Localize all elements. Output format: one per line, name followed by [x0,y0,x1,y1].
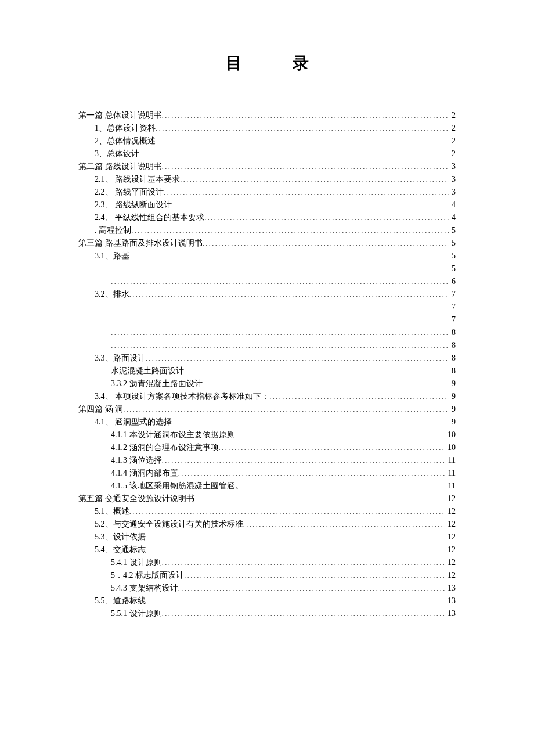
toc-entry-label: 第二篇 路线设计说明书 [78,160,162,173]
toc-entry-page: 7 [449,301,456,314]
toc-entry: 8 [78,326,456,339]
toc-entry-page: 8 [449,326,456,339]
toc-entry-label: 5.3、设计依据 [95,531,146,543]
toc-entry: 5.4、交通标志12 [78,543,456,556]
toc-leader-dots [172,199,449,207]
toc-entry: 3.1、路基5 [78,250,456,262]
toc-entry-label: 5.1、概述 [95,505,129,518]
toc-leader-dots [162,608,446,616]
toc-entry: 5.1、概述12 [78,505,456,518]
toc-entry-label: 水泥混凝土路面设计 [111,365,184,377]
toc-entry-label: 2、总体情况概述 [95,135,156,147]
toc-entry: 8 [78,339,456,352]
toc-entry-page: 11 [446,467,456,480]
toc-entry: 5.4.1 设计原则12 [78,556,456,569]
toc-leader-dots [204,212,449,220]
toc-entry: 5.2、与交通安全设施设计有关的技术标准12 [78,518,456,531]
toc-leader-dots [269,391,449,399]
toc-entry-page: 13 [445,595,456,607]
toc-entry-label: 5.5.1 设计原则 [111,607,162,620]
toc-entry-page: 4 [449,211,456,224]
toc-leader-dots [162,557,446,565]
table-of-contents: 第一篇 总体设计说明书21、总体设计资料22、总体情况概述23、总体设计2第二篇… [78,109,456,620]
toc-entry-label: 3.4、 本项设计方案各项技术指标参考标准如下： [95,390,269,403]
toc-leader-dots [164,186,449,195]
toc-entry: 3.4、 本项设计方案各项技术指标参考标准如下：9 [78,390,456,403]
toc-entry: 第四篇 涵 洞9 [78,403,456,416]
toc-entry: 水泥混凝土路面设计8 [78,365,456,377]
toc-entry-label: 3.3、路面设计 [95,352,146,365]
toc-entry-label: 4.1.3 涵位选择 [111,454,162,467]
toc-entry: 3、总体设计2 [78,147,456,160]
toc-entry-label: 3.1、路基 [95,250,129,262]
toc-entry-page: 5 [449,237,456,250]
toc-leader-dots [146,544,446,552]
toc-leader-dots [203,378,450,386]
toc-entry-page: 12 [445,492,456,505]
toc-leader-dots [172,416,449,424]
toc-leader-dots [129,289,450,297]
toc-entry: 3.3、路面设计8 [78,352,456,365]
toc-entry-page: 3 [449,160,456,173]
toc-entry: 5．4.2 标志版面设计12 [78,569,456,582]
toc-entry-label: 2.2、 路线平面设计 [95,186,164,199]
toc-leader-dots [131,225,449,233]
toc-leader-dots [156,123,449,131]
toc-entry-label: 5.2、与交通安全设施设计有关的技术标准 [95,518,243,531]
toc-entry-page: 2 [449,135,456,147]
toc-leader-dots [243,519,446,527]
toc-entry: 1、总体设计资料2 [78,122,456,135]
toc-leader-dots [111,327,449,335]
toc-entry-label: 5.4.1 设计原则 [111,556,162,569]
toc-entry: 6 [78,275,456,288]
toc-entry-page: 5 [449,250,456,262]
toc-entry-page: 12 [445,505,456,518]
toc-entry-label: 2.3、 路线纵断面设计 [95,199,172,211]
toc-entry-page: 7 [449,314,456,326]
toc-entry-label: 第三篇 路基路面及排水设计说明书 [78,237,203,250]
toc-entry: 2.1、 路线设计基本要求3 [78,173,456,186]
toc-entry-page: 3 [449,173,456,186]
toc-leader-dots [194,493,446,501]
toc-entry-page: 9 [449,403,456,416]
toc-entry-page: 12 [445,543,456,556]
toc-leader-dots [146,595,446,603]
toc-entry-page: 12 [445,518,456,531]
toc-entry: 2、总体情况概述2 [78,135,456,147]
toc-entry: 2.2、 路线平面设计3 [78,186,456,199]
toc-entry: 第一篇 总体设计说明书2 [78,109,456,122]
toc-leader-dots [129,250,450,258]
toc-leader-dots [178,467,446,476]
toc-entry: 第五篇 交通安全设施设计说明书12 [78,492,456,505]
toc-leader-dots [111,340,449,348]
toc-leader-dots [139,148,449,156]
toc-entry: 第二篇 路线设计说明书3 [78,160,456,173]
toc-entry-page: 8 [449,352,456,365]
toc-leader-dots [184,365,449,373]
toc-leader-dots [184,570,445,578]
toc-entry-label: 4.1.5 该地区采用钢筋混凝土圆管涵。 [111,480,243,492]
toc-leader-dots [146,531,446,539]
toc-entry-page: 8 [449,339,456,352]
toc-entry-page: 11 [446,454,456,467]
toc-entry-page: 12 [445,569,456,582]
toc-entry: 第三篇 路基路面及排水设计说明书5 [78,237,456,250]
page-title: 目 录 [78,52,456,74]
toc-entry-page: 5 [449,262,456,275]
toc-entry: 5.5、道路标线13 [78,595,456,607]
toc-leader-dots [243,480,446,488]
toc-leader-dots [162,110,450,118]
toc-entry-label: 2.4、 平纵线性组合的基本要求 [95,211,204,224]
toc-entry: 2.3、 路线纵断面设计4 [78,199,456,211]
toc-entry: 5.3、设计依据12 [78,531,456,543]
toc-entry-label: 4.1.4 涵洞内部布置 [111,467,178,480]
toc-entry-label: 5．4.2 标志版面设计 [111,569,184,582]
toc-entry-label: . 高程控制 [95,224,131,237]
toc-entry-page: 13 [445,582,456,595]
toc-entry: 3.2、排水7 [78,288,456,301]
toc-entry-page: 2 [449,147,456,160]
toc-entry: . 高程控制5 [78,224,456,237]
toc-leader-dots [123,404,449,412]
toc-leader-dots [111,263,449,271]
toc-entry: 4.1.4 涵洞内部布置11 [78,467,456,480]
